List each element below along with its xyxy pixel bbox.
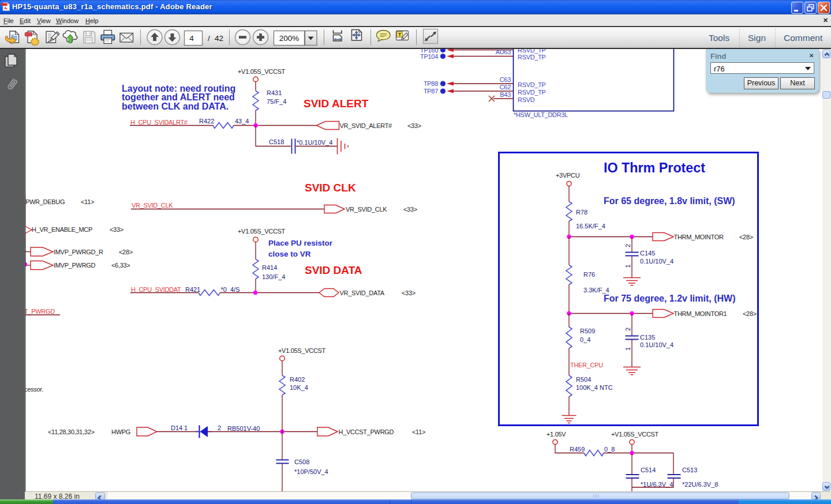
svg-text:+V1.05S_VCCST: +V1.05S_VCCST [278, 347, 326, 354]
svg-text:VR_SVID_ALERT#: VR_SVID_ALERT# [340, 122, 393, 129]
svg-text:SVID CLK: SVID CLK [305, 182, 356, 194]
svg-text:C63: C63 [500, 76, 511, 83]
svg-text:VR_SVID_CLK: VR_SVID_CLK [132, 202, 173, 209]
svg-text:VR_SVID_CLK: VR_SVID_CLK [346, 206, 387, 213]
svg-text:C62: C62 [500, 84, 511, 91]
svg-text:3.3K/F_4: 3.3K/F_4 [583, 287, 609, 294]
svg-text:VR_SVID_DATA: VR_SVID_DATA [340, 289, 385, 296]
svg-text:2: 2 [624, 328, 631, 331]
svg-text:HWPG: HWPG [111, 428, 130, 435]
svg-text:IMVP_PWRGD: IMVP_PWRGD [54, 262, 96, 269]
svg-text:R431: R431 [267, 89, 282, 96]
svg-text:TP104: TP104 [420, 53, 438, 60]
svg-text:+V1.05S_VCCST: +V1.05S_VCCST [611, 431, 659, 438]
svg-text:0_8: 0_8 [604, 446, 615, 453]
svg-text:THRM_MOINTOR: THRM_MOINTOR [674, 234, 724, 240]
svg-text:together and ALERT need: together and ALERT need [122, 92, 235, 102]
svg-text:/: / [208, 34, 210, 43]
svg-text:D14: D14 [171, 424, 182, 431]
svg-text:THRM_MOINTOR1: THRM_MOINTOR1 [674, 310, 727, 317]
svg-text:RSVD_TP: RSVD_TP [518, 81, 546, 88]
svg-text:R459: R459 [570, 446, 585, 453]
svg-text:*10P/50V_4: *10P/50V_4 [294, 468, 328, 475]
svg-text:IMVP_PWRGD_R: IMVP_PWRGD_R [54, 249, 103, 255]
svg-text:C513: C513 [682, 467, 697, 473]
svg-text:<33>: <33> [110, 226, 123, 233]
svg-text:<28>: <28> [743, 310, 757, 317]
svg-text:C145: C145 [640, 250, 655, 257]
svg-text:<11>: <11> [81, 198, 94, 205]
svg-text:<11>: <11> [412, 428, 425, 435]
svg-text:R414: R414 [262, 264, 277, 271]
svg-text:200%: 200% [279, 34, 300, 43]
svg-text:2: 2 [624, 244, 631, 247]
svg-text:42: 42 [215, 34, 223, 43]
svg-text:<33>: <33> [403, 206, 417, 213]
svg-text:R421: R421 [185, 286, 200, 293]
svg-text:75/F_4: 75/F_4 [267, 98, 286, 105]
svg-text:*0.1U/10V_4: *0.1U/10V_4 [297, 139, 332, 146]
svg-text:RSVD_TP: RSVD_TP [518, 89, 546, 96]
svg-text:R402: R402 [290, 376, 305, 383]
svg-text:SVID ALERT: SVID ALERT [304, 97, 369, 110]
svg-text:RSVD_TP: RSVD_TP [518, 54, 546, 61]
svg-text:1: 1 [624, 347, 631, 351]
svg-text:1: 1 [184, 424, 188, 431]
svg-text:<28>: <28> [739, 234, 753, 240]
svg-text:4: 4 [189, 34, 194, 43]
svg-text:PWR_DEBUG: PWR_DEBUG [25, 198, 65, 205]
svg-text:<33>: <33> [402, 289, 415, 296]
svg-text:C514: C514 [641, 467, 656, 473]
svg-text:C508: C508 [294, 458, 309, 465]
svg-text:H_VCCST_PWRGD: H_VCCST_PWRGD [339, 428, 394, 435]
svg-text:THER_CPU: THER_CPU [570, 362, 603, 368]
svg-text:R504: R504 [576, 376, 591, 383]
svg-text:R422: R422 [199, 118, 214, 125]
svg-text:16.5K/F_4: 16.5K/F_4 [576, 223, 605, 230]
svg-text:<11,28,30,31,32>: <11,28,30,31,32> [48, 428, 95, 435]
svg-text:+1.05V: +1.05V [546, 431, 566, 438]
svg-text:130/F_4: 130/F_4 [262, 273, 285, 280]
svg-text:C135: C135 [640, 334, 655, 341]
svg-text:0.1U/10V_4: 0.1U/10V_4 [640, 341, 673, 348]
svg-text:SVID DATA: SVID DATA [305, 264, 362, 276]
svg-text:Layout note: need routing: Layout note: need routing [122, 84, 235, 93]
svg-text:+V1.05S_VCCST: +V1.05S_VCCST [238, 68, 286, 75]
svg-text:RB501V-40: RB501V-40 [227, 425, 260, 432]
svg-text:H_CPU_SVIDALRT#: H_CPU_SVIDALRT# [130, 119, 188, 126]
svg-text:0_4: 0_4 [580, 336, 590, 343]
svg-text:100K_4 NTC: 100K_4 NTC [576, 384, 613, 391]
svg-text:IO Thrm Protect: IO Thrm Protect [604, 160, 705, 175]
svg-text:For 65 degree, 1.8v limit, (S: For 65 degree, 1.8v limit, (SW) [604, 196, 735, 206]
svg-text:0.1U/10V_4: 0.1U/10V_4 [640, 258, 673, 265]
svg-text:R78: R78 [576, 209, 587, 216]
svg-text:TP87: TP87 [424, 88, 438, 95]
svg-text:+3VPCU: +3VPCU [556, 172, 580, 179]
svg-text:*1U/6.3V_4: *1U/6.3V_4 [641, 481, 673, 488]
svg-text:H_CPU_SVIDDAT: H_CPU_SVIDDAT [131, 286, 181, 293]
svg-text:Place PU resistor: Place PU resistor [268, 239, 333, 247]
svg-text:+V1.05S_VCCST: +V1.05S_VCCST [238, 228, 286, 235]
svg-text:1: 1 [624, 264, 631, 268]
svg-text:H_VR_ENABLE_MCP: H_VR_ENABLE_MCP [32, 226, 92, 233]
svg-text:between CLK and DATA.: between CLK and DATA. [122, 101, 229, 111]
svg-text:*HSW_ULT_DDR3L: *HSW_ULT_DDR3L [514, 111, 568, 118]
svg-text:<28>: <28> [119, 249, 133, 255]
svg-text:<6,33>: <6,33> [111, 262, 130, 269]
svg-text:TP88: TP88 [424, 80, 438, 87]
svg-text:RSVD: RSVD [518, 96, 535, 103]
svg-text:For 75 degree, 1.2v limit, (H: For 75 degree, 1.2v limit, (HW) [604, 294, 736, 303]
svg-text:<33>: <33> [407, 122, 421, 129]
svg-text:B43: B43 [500, 91, 511, 98]
svg-text:close to VR: close to VR [268, 250, 311, 258]
svg-text:T: T [398, 31, 402, 37]
svg-text:*22U/6.3V_8: *22U/6.3V_8 [682, 481, 718, 488]
svg-text:R76: R76 [583, 271, 595, 278]
svg-text:AU63: AU63 [496, 48, 511, 55]
svg-text:R509: R509 [580, 328, 595, 334]
svg-text:2: 2 [218, 424, 221, 431]
svg-text:43_4: 43_4 [235, 118, 249, 125]
svg-text:*0_4/S: *0_4/S [221, 286, 240, 293]
svg-text:10K_4: 10K_4 [290, 384, 308, 391]
svg-text:T_PWRGD: T_PWRGD [24, 308, 55, 315]
